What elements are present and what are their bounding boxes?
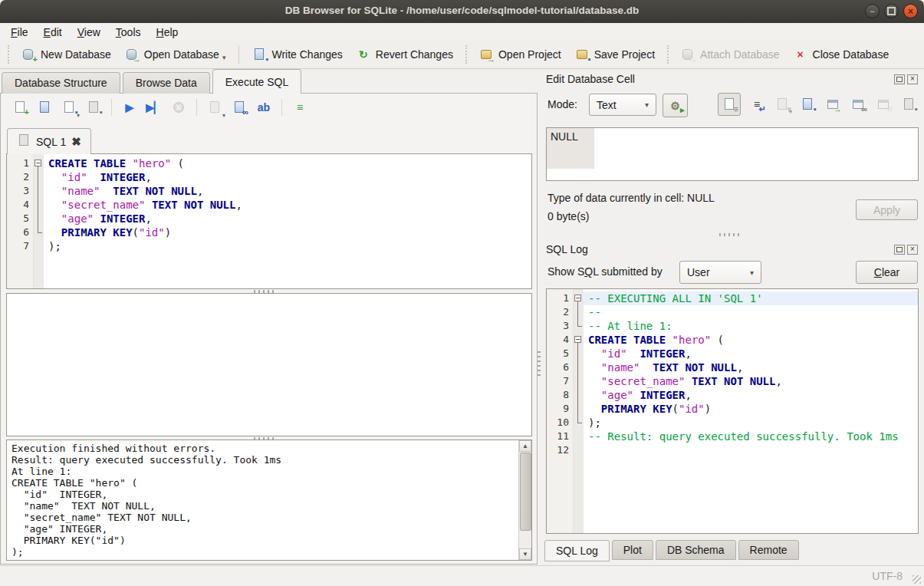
open-in-external-app-button[interactable]: → bbox=[824, 95, 842, 114]
revert-changes-button[interactable]: ↻Revert Changes bbox=[350, 44, 460, 65]
float-panel-icon[interactable] bbox=[894, 74, 905, 84]
scroll-down-icon[interactable]: ▼ bbox=[519, 548, 531, 560]
sql-document-icon bbox=[17, 134, 31, 147]
clear-log-button[interactable]: Clear bbox=[856, 261, 918, 284]
text-mode-button[interactable]: ≡ bbox=[718, 93, 741, 116]
fold-marker-icon[interactable]: − bbox=[574, 333, 584, 347]
menu-help[interactable]: Help bbox=[149, 25, 186, 40]
sql-log-view[interactable]: 1−-- EXECUTING ALL IN 'SQL 1'2--3-- At l… bbox=[546, 288, 919, 534]
open-sql-file-button[interactable] bbox=[35, 97, 54, 117]
dock-splitter[interactable] bbox=[538, 351, 541, 379]
sql-editor[interactable]: 1−CREATE TABLE "hero" (2 "id" INTEGER,3 … bbox=[6, 153, 532, 289]
cell-editor[interactable]: NULL bbox=[546, 127, 919, 181]
tab-execute-sql[interactable]: Execute SQL bbox=[212, 69, 302, 94]
output-scrollbar[interactable]: ▲ ▼ bbox=[518, 440, 531, 560]
save-sql-file-button[interactable]: ▪▾ bbox=[59, 97, 79, 117]
dock-tab-sql-log[interactable]: SQL Log bbox=[544, 540, 610, 561]
new-sql-area-button[interactable]: + bbox=[10, 97, 30, 117]
code-text: -- Result: query executed successfully. … bbox=[584, 430, 918, 443]
menu-file[interactable]: File bbox=[3, 25, 36, 40]
toolbar-button-label: New Database bbox=[41, 48, 111, 61]
code-line: 11-- Result: query executed successfully… bbox=[547, 430, 918, 443]
open-in-external-app-icon: → bbox=[826, 98, 840, 111]
find-replace-button[interactable]: ab bbox=[254, 97, 274, 117]
dock-tab-remote[interactable]: Remote bbox=[738, 540, 799, 560]
sql-editor-tab[interactable]: SQL 1 ✖ bbox=[7, 128, 91, 154]
code-text: -- EXECUTING ALL IN 'SQL 1' bbox=[584, 291, 918, 305]
stop-execution-button[interactable]: × bbox=[169, 97, 189, 117]
dock-tab-db-schema[interactable]: DB Schema bbox=[656, 540, 736, 560]
open-database-button[interactable]: →Open Database▾ bbox=[118, 44, 233, 65]
print-cell-button[interactable]: ▪ bbox=[899, 95, 918, 114]
copy-link-button[interactable]: ∞ bbox=[849, 95, 867, 114]
minimize-button[interactable]: − bbox=[865, 4, 880, 18]
fold-marker-icon bbox=[574, 416, 584, 430]
auto-format-button[interactable]: ≡ bbox=[290, 97, 310, 117]
fold-marker-icon bbox=[574, 388, 584, 402]
open-sql-file-icon bbox=[38, 101, 51, 114]
scrollbar-thumb[interactable] bbox=[520, 453, 531, 531]
scroll-up-icon[interactable]: ▲ bbox=[519, 440, 531, 452]
toolbar-button-label: Open Project bbox=[498, 48, 561, 61]
write-changes-button[interactable]: ▪Write Changes bbox=[245, 44, 349, 65]
menu-edit[interactable]: Edit bbox=[36, 25, 70, 40]
execute-sql-page: +▪▾▪▶▶▏×▾∞ab≡ SQL 1 ✖ 1−CREATE TABLE "he… bbox=[0, 93, 538, 565]
code-text: ); bbox=[44, 239, 531, 253]
code-text: "age" INTEGER, bbox=[44, 212, 531, 226]
tab-browse-data[interactable]: Browse Data bbox=[123, 72, 210, 94]
title-bar[interactable]: DB Browser for SQLite - /home/user/code/… bbox=[0, 0, 924, 24]
save-sql-file-icon: ▪ bbox=[62, 101, 76, 114]
resize-grip[interactable] bbox=[912, 575, 921, 584]
maximize-button[interactable] bbox=[884, 4, 899, 18]
import-data-button[interactable]: ▾▾ bbox=[773, 95, 791, 114]
fold-marker-icon[interactable]: − bbox=[34, 156, 44, 170]
save-results-button[interactable]: ▾ bbox=[205, 97, 225, 117]
float-panel-icon[interactable] bbox=[894, 245, 905, 255]
close-database-button[interactable]: ×Close Database bbox=[787, 44, 896, 65]
sql-tab-label: SQL 1 bbox=[36, 136, 66, 148]
export-data-button[interactable]: ▪ bbox=[798, 95, 817, 114]
results-grid[interactable] bbox=[6, 293, 532, 436]
export-data-icon: ▪ bbox=[801, 98, 814, 111]
encoding-indicator[interactable]: UTF-8 bbox=[872, 570, 903, 582]
fold-marker-icon bbox=[574, 402, 584, 416]
mode-label: Mode: bbox=[547, 98, 577, 110]
close-button[interactable]: × bbox=[903, 4, 918, 18]
mode-combobox[interactable]: Text ▾ bbox=[589, 94, 656, 116]
execute-all-button[interactable]: ▶ bbox=[120, 97, 140, 117]
close-panel-icon[interactable]: × bbox=[907, 74, 918, 84]
gear-icon: ⚙▸ bbox=[669, 99, 682, 112]
word-wrap-button[interactable]: ≡↵ bbox=[748, 95, 766, 114]
log-filter-value: User bbox=[687, 266, 710, 278]
apply-button[interactable]: Apply bbox=[856, 199, 918, 220]
attach-database-button[interactable]: →Attach Database bbox=[674, 44, 787, 65]
fold-marker-icon[interactable]: − bbox=[574, 291, 584, 305]
close-panel-icon[interactable]: × bbox=[907, 245, 918, 255]
print-sql-button[interactable]: ▪ bbox=[84, 97, 104, 117]
dock-tab-plot[interactable]: Plot bbox=[612, 540, 653, 560]
sql-log-panel-header: SQL Log × bbox=[541, 241, 922, 258]
line-number: 8 bbox=[547, 388, 574, 402]
open-project-button[interactable]: →Open Project bbox=[472, 44, 568, 65]
execute-current-line-button[interactable]: ▶▏ bbox=[144, 97, 164, 117]
word-wrap-icon: ≡↵ bbox=[750, 98, 764, 111]
log-filter-combobox[interactable]: User ▾ bbox=[679, 261, 761, 284]
find-button[interactable]: ∞ bbox=[229, 97, 249, 117]
close-tab-icon[interactable]: ✖ bbox=[71, 135, 81, 149]
toolbar-button-label: Close Database bbox=[813, 48, 889, 61]
cell-editor-toolbar: ≡≡↵▾▾▪→∞○▪ bbox=[718, 93, 918, 116]
set-as-null-button[interactable]: ○ bbox=[874, 95, 893, 114]
line-number: 12 bbox=[547, 443, 574, 457]
new-database-button[interactable]: +New Database bbox=[15, 44, 118, 65]
editor-results-splitter[interactable] bbox=[254, 290, 275, 293]
menu-tools[interactable]: Tools bbox=[108, 25, 149, 40]
line-number: 4 bbox=[7, 198, 34, 212]
save-project-button[interactable]: ▪Save Project bbox=[568, 44, 662, 65]
menu-view[interactable]: View bbox=[70, 25, 108, 40]
tab-database-structure[interactable]: Database Structure bbox=[2, 72, 120, 94]
toolbar-button-label: Save Project bbox=[594, 48, 655, 61]
dock-panel-splitter[interactable] bbox=[719, 233, 741, 236]
fold-marker-icon bbox=[34, 198, 44, 212]
set-as-null-icon: ○ bbox=[876, 98, 890, 111]
auto-apply-button[interactable]: ⚙▸ bbox=[663, 94, 688, 117]
